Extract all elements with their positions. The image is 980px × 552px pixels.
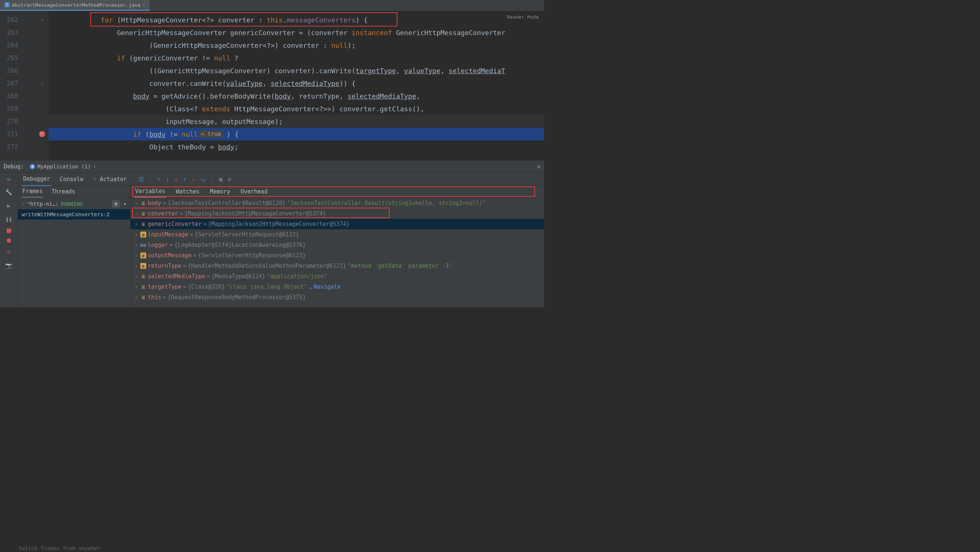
variable-row[interactable]: › converter = {MappingJackson2HttpMessag… xyxy=(130,208,544,219)
frames-header: Frames Threads xyxy=(18,186,130,197)
tab-watches[interactable]: Watches xyxy=(175,186,200,197)
code-line[interactable]: (Class<? extends HttpMessageConverter<?>… xyxy=(49,102,544,115)
expand-icon[interactable]: › xyxy=(134,200,139,207)
code-line[interactable]: Object theBody = body; xyxy=(49,140,544,153)
frames-list[interactable]: ✓ "http-ni…: RUNNING ▼ ▾ writeWithMessag… xyxy=(18,197,130,307)
variable-tostring: "class java.lang.Object" xyxy=(226,284,307,290)
variable-type-icon: p xyxy=(140,252,146,258)
tab-threads[interactable]: Threads xyxy=(51,186,76,197)
variable-row[interactable]: › genericConverter = {MappingJackson2Htt… xyxy=(130,219,544,229)
fold-icon[interactable]: ⊖ xyxy=(39,80,46,87)
tab-console[interactable]: Console xyxy=(58,173,85,186)
tab-memory[interactable]: Memory xyxy=(209,186,231,197)
line-number: 269 xyxy=(7,105,18,112)
expand-icon[interactable]: › xyxy=(134,284,139,290)
step-into-icon[interactable]: ↓ xyxy=(166,176,169,183)
run-to-cursor-icon[interactable]: ↘I xyxy=(200,175,205,183)
tab-actuator[interactable]: ⚡ Actuator xyxy=(91,173,128,186)
fold-icon[interactable]: ⊖ xyxy=(39,16,46,23)
variable-name: outputMessage xyxy=(148,252,191,259)
debug-config-tab[interactable]: ◉ MyApplication (1) ✕ xyxy=(27,164,99,169)
drop-frame-icon[interactable]: ↗ xyxy=(191,176,195,183)
debug-left-toolbar: ↻ 🔧 ▶ ❚❚ ⊘ 📷 xyxy=(0,172,18,307)
debug-body: ↻ 🔧 ▶ ❚❚ ⊘ 📷 Debugger Console ⚡ Actuator… xyxy=(0,172,544,307)
expand-icon[interactable]: › xyxy=(134,242,139,248)
debug-tool-window: Debug: ◉ MyApplication (1) ✕ ⚙ ↻ 🔧 ▶ ❚❚ … xyxy=(0,160,544,307)
breakpoint-icon[interactable] xyxy=(39,131,46,137)
tab-debugger[interactable]: Debugger xyxy=(22,172,51,186)
trace-icon[interactable]: ≡ xyxy=(228,176,231,183)
gutter[interactable]: 262⊖ 263 264 265 266 267⊖ 268 269 270 27… xyxy=(0,11,49,160)
code-line[interactable]: GenericHttpMessageConverter genericConve… xyxy=(49,26,544,39)
variable-row[interactable]: ›p outputMessage = {ServletServerHttpRes… xyxy=(130,250,544,261)
gear-icon[interactable]: ⚙ xyxy=(538,164,540,169)
pause-button[interactable]: ❚❚ xyxy=(5,215,13,223)
vars-header: Variables Watches Memory Overhead xyxy=(130,186,544,197)
variable-value: {LogAdapter$Slf4jLocationAwareLog@5376} xyxy=(174,242,305,248)
variable-row[interactable]: ›p returnType = {HandlerMethod$ReturnVal… xyxy=(130,261,544,271)
debug-header: Debug: ◉ MyApplication (1) ✕ ⚙ xyxy=(0,161,544,172)
camera-icon[interactable]: 📷 xyxy=(5,262,13,270)
expand-icon[interactable]: › xyxy=(134,294,139,301)
tab-overhead[interactable]: Overhead xyxy=(240,186,268,197)
variable-row[interactable]: › this = {RequestResponseBodyMethodProce… xyxy=(130,292,544,303)
stop-button[interactable] xyxy=(7,228,11,233)
line-number: 265 xyxy=(7,54,18,62)
line-number: 262 xyxy=(7,16,18,24)
variables-list[interactable]: › body = {JacksonTestController$Result@6… xyxy=(130,197,544,307)
code-line[interactable]: inputMessage, outputMessage); xyxy=(49,115,544,128)
variable-value: {ServletServerHttpRequest@6122} xyxy=(194,231,299,238)
code-editor[interactable]: Reader Mode 262⊖ 263 264 265 266 267⊖ 26… xyxy=(0,11,544,160)
rerun-button[interactable]: ↻ xyxy=(5,175,13,183)
expand-icon[interactable]: › xyxy=(134,210,139,217)
code-line[interactable]: for (HttpMessageConverter<?> converter :… xyxy=(49,13,544,26)
expand-icon[interactable]: › xyxy=(134,231,139,238)
expand-icon[interactable]: › xyxy=(134,252,139,259)
expand-icon[interactable]: › xyxy=(134,273,139,280)
variable-name: logger xyxy=(148,242,168,248)
editor-tab[interactable]: C AbstractMessageConverterMethodProcesso… xyxy=(0,0,150,11)
tab-variables[interactable]: Variables xyxy=(134,186,166,198)
resume-button[interactable]: ▶ xyxy=(5,202,13,210)
variable-value: {HandlerMethod$ReturnValueMethodParamete… xyxy=(188,263,346,269)
code-area[interactable]: for (HttpMessageConverter<?> converter :… xyxy=(49,11,544,160)
line-number: 263 xyxy=(7,29,18,36)
wrench-icon[interactable]: 🔧 xyxy=(5,188,13,196)
variable-row[interactable]: › targetType = {Class@328} "class java.l… xyxy=(130,282,544,292)
filter-icon[interactable]: ▼ xyxy=(112,200,119,207)
code-line[interactable]: body = getAdvice().beforeBodyWrite(body,… xyxy=(49,89,544,102)
close-icon[interactable]: ✕ xyxy=(143,3,145,8)
chevron-down-icon[interactable]: ▾ xyxy=(124,201,127,207)
navigate-link[interactable]: Navigate xyxy=(313,284,340,290)
variable-type-icon xyxy=(140,273,146,279)
variable-row[interactable]: › body = {JacksonTestController$Result@6… xyxy=(130,198,544,208)
code-line[interactable]: if (genericConverter != null ? xyxy=(49,51,544,64)
tab-frames[interactable]: Frames xyxy=(22,186,43,198)
view-breakpoints-button[interactable] xyxy=(7,238,11,243)
step-over-icon[interactable]: ↷ xyxy=(157,176,161,183)
expand-icon[interactable]: › xyxy=(134,221,139,227)
step-out-icon[interactable]: ↑ xyxy=(183,176,186,183)
variable-row[interactable]: ›p inputMessage = {ServletServerHttpRequ… xyxy=(130,229,544,240)
variable-row[interactable]: › selectedMediaType = {MediaType@6124} "… xyxy=(130,271,544,282)
show-execution-point-icon[interactable]: ☰ xyxy=(139,176,144,183)
force-step-into-icon[interactable]: ↓ xyxy=(174,176,178,183)
variable-name: body xyxy=(148,200,161,207)
variable-name: returnType xyxy=(148,263,181,269)
code-line[interactable]: ((GenericHttpMessageConverter) converter… xyxy=(49,64,544,77)
code-line[interactable]: (GenericHttpMessageConverter<?>) convert… xyxy=(49,39,544,51)
code-line-execution-point[interactable]: if (body != null= true ) { xyxy=(49,128,544,140)
expand-icon[interactable]: › xyxy=(134,263,139,269)
evaluate-icon[interactable]: ▦ xyxy=(219,176,223,183)
stack-frame[interactable]: writeWithMessageConverters:2 xyxy=(18,209,130,220)
line-number: 270 xyxy=(7,118,18,125)
mute-breakpoints-button[interactable]: ⊘ xyxy=(5,248,13,256)
close-icon[interactable]: ✕ xyxy=(93,164,95,169)
debug-config-name: MyApplication (1) xyxy=(37,164,91,169)
java-class-icon: C xyxy=(5,2,10,8)
thread-selector[interactable]: ✓ "http-ni…: RUNNING ▼ ▾ xyxy=(18,199,130,209)
variable-value: {MappingJackson2HttpMessageConverter@537… xyxy=(185,210,326,217)
variable-tostring: "application/json" xyxy=(267,273,328,280)
variable-row[interactable]: ›oo logger = {LogAdapter$Slf4jLocationAw… xyxy=(130,240,544,250)
code-line[interactable]: converter.canWrite(valueType, selectedMe… xyxy=(49,77,544,89)
